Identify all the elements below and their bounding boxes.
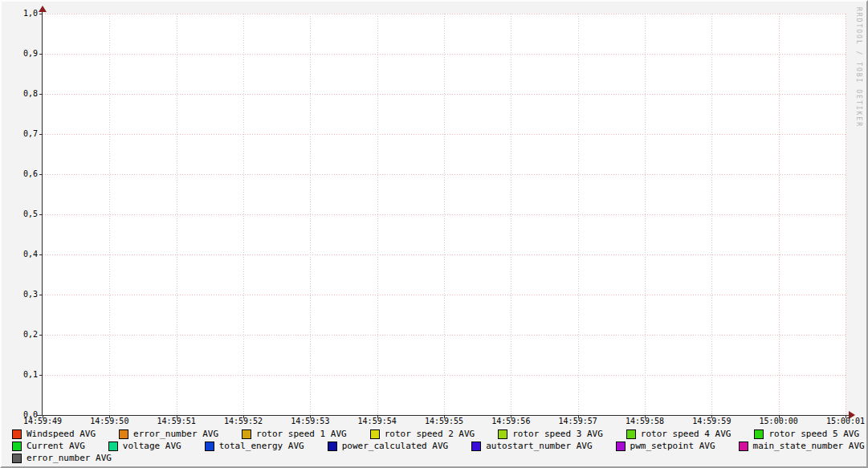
- legend-swatch-icon: [12, 429, 22, 439]
- legend-label: total_energy AVG: [219, 441, 304, 451]
- y-tick: [39, 94, 43, 95]
- y-tick-label: 0,5: [2, 210, 38, 218]
- y-axis-line: [42, 10, 43, 416]
- x-tick: [310, 416, 311, 418]
- y-tick-label: 0,2: [2, 330, 38, 339]
- y-tick: [39, 134, 43, 135]
- v-gridline: [109, 14, 110, 415]
- v-gridline: [779, 14, 780, 415]
- y-tick: [39, 335, 43, 336]
- legend-swatch-icon: [242, 429, 251, 439]
- x-tick: [109, 416, 110, 418]
- y-tick: [39, 214, 43, 215]
- legend-swatch-icon: [328, 442, 337, 451]
- legend-swatch-icon: [471, 442, 481, 451]
- legend-item: error_number AVG: [119, 429, 218, 439]
- legend-item: total_energy AVG: [205, 441, 304, 451]
- y-tick: [39, 295, 43, 295]
- legend-label: Windspeed AVG: [26, 429, 96, 439]
- v-gridline: [711, 14, 712, 415]
- rrdtool-graph: 1,00,90,80,70,60,50,40,30,20,10,0 14:59:…: [0, 0, 868, 468]
- legend-swatch-icon: [205, 442, 214, 451]
- legend-swatch-icon: [12, 442, 22, 451]
- legend-item: rotor speed 4 AVG: [626, 429, 731, 439]
- legend-label: error_number AVG: [26, 453, 112, 463]
- v-gridline: [846, 14, 846, 415]
- legend-swatch-icon: [108, 442, 118, 451]
- y-tick-label: 0,3: [2, 290, 38, 299]
- x-tick: [444, 416, 445, 418]
- legend-item: voltage AVG: [108, 441, 181, 451]
- legend-label: voltage AVG: [123, 441, 181, 451]
- v-gridline: [310, 14, 311, 415]
- x-tick: [578, 416, 579, 418]
- legend-label: autostart_number AVG: [486, 441, 592, 451]
- x-tick: [779, 416, 780, 418]
- legend-row: Windspeed AVGerror_number AVGrotor speed…: [12, 428, 865, 440]
- legend-row: Current AVGvoltage AVGtotal_energy AVGpo…: [12, 440, 865, 452]
- legend-item: power_calculated AVG: [328, 441, 448, 451]
- legend-swatch-icon: [370, 429, 380, 439]
- x-tick: [177, 416, 177, 418]
- legend-row: error_number AVG: [12, 452, 865, 464]
- y-tick: [39, 254, 43, 255]
- x-tick: [645, 416, 646, 418]
- y-tick-label: 0,1: [2, 370, 38, 379]
- y-tick-label: 0,9: [2, 49, 38, 58]
- watermark: RRDTOOL / TOBI OETIKER: [855, 7, 862, 128]
- v-gridline: [578, 14, 579, 415]
- x-tick: [846, 416, 846, 418]
- legend-item: rotor speed 1 AVG: [242, 429, 347, 439]
- legend-item: autostart_number AVG: [471, 441, 592, 451]
- x-tick: [711, 416, 712, 418]
- legend-label: error_number AVG: [133, 429, 218, 439]
- legend-label: pwm_setpoint AVG: [630, 441, 715, 451]
- legend-label: rotor speed 3 AVG: [512, 429, 603, 439]
- plot-canvas: [43, 14, 846, 415]
- y-tick-label: 0,6: [2, 169, 38, 178]
- legend-swatch-icon: [119, 429, 128, 439]
- legend: Windspeed AVGerror_number AVGrotor speed…: [12, 428, 865, 464]
- legend-swatch-icon: [498, 429, 507, 439]
- v-gridline: [645, 14, 646, 415]
- legend-swatch-icon: [12, 454, 22, 463]
- v-gridline: [377, 14, 378, 415]
- x-tick: [43, 416, 43, 418]
- legend-item: main_state_number AVG: [739, 441, 865, 451]
- legend-swatch-icon: [739, 442, 748, 451]
- y-tick: [39, 54, 43, 55]
- legend-label: main_state_number AVG: [753, 441, 865, 451]
- v-gridline: [444, 14, 445, 415]
- legend-item: Current AVG: [12, 441, 85, 451]
- legend-swatch-icon: [754, 429, 764, 439]
- v-gridline: [177, 14, 177, 415]
- legend-item: Windspeed AVG: [12, 429, 96, 439]
- legend-label: rotor speed 4 AVG: [641, 429, 731, 439]
- y-tick-label: 0,4: [2, 250, 38, 258]
- y-axis-arrow-icon: [39, 6, 47, 12]
- legend-item: rotor speed 3 AVG: [498, 429, 603, 439]
- legend-item: rotor speed 2 AVG: [370, 429, 475, 439]
- v-gridline: [511, 14, 511, 415]
- x-tick: [243, 416, 244, 418]
- v-gridline: [243, 14, 244, 415]
- legend-item: error_number AVG: [12, 453, 112, 463]
- y-tick: [39, 14, 43, 14]
- legend-label: rotor speed 1 AVG: [256, 429, 347, 439]
- legend-label: rotor speed 5 AVG: [768, 429, 859, 439]
- y-tick-label: 1,0: [2, 9, 38, 18]
- legend-label: rotor speed 2 AVG: [385, 429, 475, 439]
- legend-item: rotor speed 5 AVG: [754, 429, 859, 439]
- y-tick-label: 0,8: [2, 89, 38, 98]
- legend-label: power_calculated AVG: [342, 441, 448, 451]
- x-tick: [377, 416, 378, 418]
- y-tick: [39, 174, 43, 175]
- legend-item: pwm_setpoint AVG: [616, 441, 715, 451]
- x-tick: [511, 416, 511, 418]
- legend-swatch-icon: [626, 429, 636, 439]
- legend-swatch-icon: [616, 442, 626, 451]
- y-tick-label: 0,7: [2, 129, 38, 138]
- legend-label: Current AVG: [26, 441, 85, 451]
- y-tick: [39, 375, 43, 376]
